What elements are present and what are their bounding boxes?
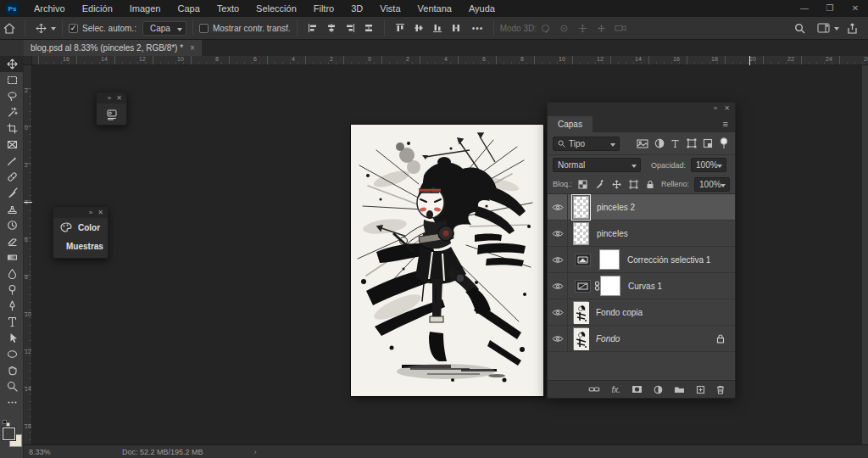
layer-row-curvas[interactable]: Curvas 1 [548,273,735,299]
panel-collapse-icon[interactable]: » [108,94,111,102]
align-vertical-centers-icon[interactable] [409,20,428,36]
history-brush-tool[interactable] [0,217,24,233]
frame-tool[interactable] [0,137,24,153]
show-transform-checkbox[interactable]: ✓ [199,24,209,33]
filter-toggle-icon[interactable] [719,137,730,149]
workspace-chevron-icon[interactable] [834,27,839,31]
menu-ventana[interactable]: Ventana [409,0,460,17]
panel-collapse-icon[interactable]: » [89,209,92,216]
pen-tool[interactable] [0,298,24,314]
move-tool-preset-icon[interactable] [31,20,50,36]
panel-close-icon[interactable]: ✕ [97,209,103,216]
share-icon[interactable] [843,20,861,36]
filter-shape-layers-icon[interactable] [686,138,697,148]
lock-all-icon[interactable] [644,180,656,189]
layer-thumbnail[interactable] [573,222,589,245]
foreground-color-swatch[interactable] [3,427,15,440]
layer-style-fx-icon[interactable]: fx. [611,385,620,394]
vertical-ruler[interactable]: 20246810121416 [24,65,32,444]
healing-brush-tool[interactable] [0,169,24,185]
align-right-edges-icon[interactable] [341,20,359,36]
collapsed-panel-icon[interactable] [97,103,126,125]
magic-wand-tool[interactable] [0,104,24,120]
horizontal-ruler[interactable]: 16141210864202468101214161820222426 [24,56,868,65]
visibility-eye-icon[interactable] [548,299,568,326]
zoom-level-field[interactable]: 8.33% [29,448,80,456]
layer-row-fondo-copia[interactable]: Fondo copia [548,299,735,326]
menu-ayuda[interactable]: Ayuda [460,0,504,17]
layer-name[interactable]: Fondo [596,334,620,344]
dodge-tool[interactable] [0,282,24,298]
document-tab[interactable]: blog.psd al 8.33% (pinceles 2, RGB/8*) *… [24,40,202,56]
muestras-panel-tab[interactable]: Muestras [53,237,108,255]
restore-button[interactable]: ❐ [817,0,843,17]
color-panel-tab[interactable]: Color [53,218,108,237]
filter-pixel-layers-icon[interactable] [637,139,648,148]
filter-type-layers-icon[interactable] [670,139,681,148]
visibility-eye-icon[interactable] [548,247,568,273]
crop-tool[interactable] [0,120,24,137]
menu-edicion[interactable]: Edición [74,0,121,17]
search-icon[interactable] [790,20,809,36]
visibility-eye-icon[interactable] [548,326,568,352]
fill-dropdown[interactable]: 100% [694,177,730,192]
layer-name[interactable]: Corrección selectiva 1 [627,255,710,265]
curves-adjustment-icon[interactable] [575,280,591,293]
menu-3d[interactable]: 3D [342,0,371,17]
align-bottom-edges-icon[interactable] [428,20,447,36]
layers-close-icon[interactable]: ✕ [724,104,730,112]
layer-mask-thumbnail[interactable] [600,276,620,296]
eyedropper-tool[interactable] [0,153,24,169]
add-layer-mask-icon[interactable] [632,385,643,394]
hand-tool[interactable] [0,362,24,378]
move-tool[interactable] [0,56,24,72]
menu-seleccion[interactable]: Selección [248,0,305,17]
layers-collapse-icon[interactable]: » [714,104,717,112]
layers-tab[interactable]: Capas [548,116,593,132]
menu-texto[interactable]: Texto [209,0,248,17]
filter-smart-objects-icon[interactable] [703,138,714,148]
align-top-edges-icon[interactable] [391,20,409,36]
more-tools-icon[interactable] [0,394,24,411]
selective-color-adjustment-icon[interactable] [575,254,591,266]
align-left-edges-icon[interactable] [303,20,322,36]
zoom-tool[interactable] [0,378,24,394]
layer-name[interactable]: Fondo copia [596,308,643,317]
clone-stamp-tool[interactable] [0,201,24,217]
menu-vista[interactable]: Vista [371,0,409,17]
document-canvas[interactable] [351,125,543,396]
new-layer-icon[interactable] [696,385,705,394]
layer-name[interactable]: pinceles 2 [597,203,635,212]
lock-artboard-icon[interactable] [627,180,639,189]
menu-capa[interactable]: Capa [169,0,208,17]
distribute-vertical-icon[interactable] [447,20,465,36]
layer-thumbnail[interactable] [573,301,588,323]
layer-row-pinceles-2[interactable]: pinceles 2 [548,194,735,221]
status-options-chevron-icon[interactable]: › [254,448,257,456]
layer-thumbnail[interactable] [573,327,588,349]
menu-imagen[interactable]: Imagen [121,0,170,17]
menu-filtro[interactable]: Filtro [305,0,342,17]
distribute-horizontal-icon[interactable] [359,20,378,36]
new-adjustment-layer-icon[interactable] [654,385,663,394]
eraser-tool[interactable] [0,233,24,249]
layer-row-correccion-selectiva[interactable]: Corrección selectiva 1 [548,247,735,273]
layer-thumbnail[interactable] [573,196,589,219]
visibility-eye-icon[interactable] [548,194,568,221]
layer-row-fondo[interactable]: Fondo [548,326,735,352]
opacity-dropdown[interactable]: 100% [691,158,726,172]
mask-link-icon[interactable] [594,281,600,291]
auto-select-checkbox[interactable]: ✓ [69,24,78,33]
panel-close-icon[interactable]: ✕ [116,94,122,102]
auto-select-target-dropdown[interactable]: Capa [142,21,186,36]
minimize-button[interactable]: — [792,0,817,17]
align-horizontal-centers-icon[interactable] [322,20,341,36]
visibility-eye-icon[interactable] [548,273,568,299]
layer-mask-thumbnail[interactable] [599,249,620,270]
ellipse-shape-tool[interactable] [0,346,24,362]
layer-name[interactable]: Curvas 1 [628,282,662,291]
lock-position-icon[interactable] [611,180,623,189]
layers-panel-menu-icon[interactable]: ≡ [716,116,735,132]
more-options-button[interactable]: ••• [469,20,487,36]
path-selection-tool[interactable] [0,330,24,346]
